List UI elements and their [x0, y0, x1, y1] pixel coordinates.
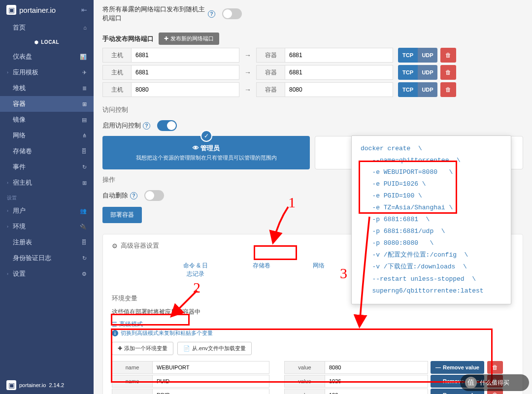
tcp-toggle[interactable]: TCP: [398, 82, 418, 97]
env-value-input[interactable]: [325, 361, 428, 374]
nav-containers[interactable]: 容器⊞: [0, 96, 94, 112]
port-row: 主机 → 容器 TCP UDP 🗑: [102, 48, 523, 63]
container-icon: ⊞: [79, 101, 87, 107]
sidebar-footer: ▣ portainer.io 2.14.2: [0, 376, 94, 394]
env-var-list: name value Remove value 🗑 name value Rem…: [112, 361, 514, 394]
container-port-input[interactable]: [285, 48, 393, 63]
users-icon: 👥: [79, 208, 87, 214]
help-icon[interactable]: ?: [143, 122, 150, 130]
nav-registries[interactable]: 注册表🗄: [0, 234, 94, 250]
home-icon: ⌂: [79, 25, 87, 31]
access-section-title: 访问控制: [102, 99, 523, 118]
manual-ports-label: 手动发布网络端口: [102, 34, 154, 43]
plus-icon: ✚: [118, 345, 122, 352]
image-icon: ▤: [79, 117, 87, 123]
env-name-input[interactable]: [152, 361, 269, 374]
nav-templates[interactable]: ›应用模板✈: [0, 65, 94, 80]
list-icon: ☰: [112, 321, 117, 328]
host-port-input[interactable]: [131, 48, 239, 63]
env-row: name value Remove value 🗑: [112, 375, 514, 388]
publish-all-toggle[interactable]: [222, 8, 242, 19]
local-tag: LOCAL: [0, 35, 94, 49]
help-icon[interactable]: ?: [208, 10, 215, 18]
nav-stacks[interactable]: 堆栈≣: [0, 80, 94, 96]
delete-port-button[interactable]: 🗑: [440, 48, 456, 63]
tab-network[interactable]: 网络: [304, 258, 333, 282]
brand-logo[interactable]: ▣ portainer.io ⇤: [0, 0, 94, 20]
dashboard-icon: 📊: [79, 54, 87, 60]
help-icon[interactable]: ?: [130, 192, 137, 199]
publish-all-label: 将所有暴露的网络端口发布到随机主机端口: [102, 5, 206, 23]
arrow-icon: →: [239, 51, 256, 59]
nav-environments[interactable]: ›环境🔌: [0, 219, 94, 234]
tcp-toggle[interactable]: TCP: [398, 48, 418, 63]
tab-volumes[interactable]: 存储卷: [244, 258, 279, 282]
collapse-icon[interactable]: ⇤: [81, 6, 87, 14]
tab-command[interactable]: 命令 & 日志记录: [172, 258, 219, 282]
nav-events[interactable]: 事件↻: [0, 159, 94, 175]
env-value-input[interactable]: [325, 389, 428, 394]
publish-port-button[interactable]: ✚发布新的网络端口: [159, 33, 219, 45]
nav-authlogs[interactable]: 身份验证日志↻: [0, 250, 94, 266]
version-text: 2.14.2: [49, 382, 64, 388]
env-row: name value Remove value 🗑: [112, 361, 514, 374]
settings-section: 设置: [0, 191, 94, 203]
enable-access-label: 启用访问控制: [102, 121, 141, 130]
footer-brand: portainer.io: [19, 382, 46, 388]
volume-icon: 🗄: [79, 148, 87, 154]
nav-host[interactable]: ›宿主机⊞: [0, 175, 94, 191]
env-value-input[interactable]: [325, 375, 428, 388]
info-icon: i: [112, 330, 118, 336]
access-admin-card[interactable]: ✓ 👁 管理员 我想把这个资源的管理限制在只有管理员可以管理的范围内: [102, 136, 310, 169]
watermark-text: 什么值得买: [480, 379, 509, 387]
footer-logo-icon: ▣: [6, 380, 16, 390]
host-port-input[interactable]: [131, 65, 239, 80]
env-name-input[interactable]: [152, 375, 269, 388]
gear-icon: ⚙: [79, 271, 87, 277]
authlog-icon: ↻: [79, 255, 87, 262]
container-port-input[interactable]: [285, 65, 393, 80]
udp-toggle[interactable]: UDP: [418, 82, 437, 97]
nav-dashboard[interactable]: 仪表盘📊: [0, 49, 94, 65]
load-env-button[interactable]: 📄从.env文件中加载变量: [177, 342, 252, 355]
delete-port-button[interactable]: 🗑: [440, 82, 456, 97]
port-row: 主机 → 容器 TCP UDP 🗑: [102, 82, 523, 97]
delete-env-button[interactable]: 🗑: [487, 361, 503, 374]
access-toggle[interactable]: [157, 120, 177, 131]
env-name-input[interactable]: [152, 389, 269, 394]
stack-icon: ≣: [79, 85, 87, 92]
host-port-input[interactable]: [131, 82, 239, 97]
nav-networks[interactable]: 网络⋔: [0, 128, 94, 143]
tcp-toggle[interactable]: TCP: [398, 65, 418, 80]
adv-title: 高级容器设置: [121, 241, 159, 250]
auto-remove-label: 自动删除: [102, 191, 128, 200]
udp-toggle[interactable]: UDP: [418, 48, 437, 63]
plus-icon: ✚: [164, 35, 168, 42]
container-port-input[interactable]: [285, 82, 393, 97]
watermark-icon: 值: [465, 377, 477, 389]
auto-remove-toggle[interactable]: [144, 190, 164, 201]
admin-desc: 我想把这个资源的管理限制在只有管理员可以管理的范围内: [136, 154, 277, 162]
udp-toggle[interactable]: UDP: [418, 65, 437, 80]
deploy-button[interactable]: 部署容器: [102, 207, 142, 223]
nav-settings[interactable]: ›设置⚙: [0, 266, 94, 282]
nav-users[interactable]: ›用户👥: [0, 203, 94, 219]
nav-volumes[interactable]: 存储卷🗄: [0, 143, 94, 159]
check-icon: ✓: [200, 130, 212, 142]
delete-port-button[interactable]: 🗑: [440, 65, 456, 80]
add-env-button[interactable]: ✚添加一个环境变量: [112, 342, 173, 355]
adv-mode-link[interactable]: ☰高级模式: [112, 320, 514, 328]
registry-icon: 🗄: [79, 239, 87, 245]
nav-home[interactable]: 首页⌂: [0, 20, 94, 35]
remove-value-button[interactable]: Remove value: [431, 361, 484, 374]
env-row: name value Remove value 🗑: [112, 389, 514, 394]
network-icon: ⋔: [79, 132, 87, 139]
eye-off-icon: 👁: [193, 144, 199, 152]
event-icon: ↻: [79, 164, 87, 170]
gear-icon: ⚙: [112, 242, 118, 250]
port-mapping-list: 主机 → 容器 TCP UDP 🗑 主机 → 容器 TCP UDP 🗑 主机 →…: [102, 48, 523, 97]
host-icon: ⊞: [79, 180, 87, 186]
nav-images[interactable]: 镜像▤: [0, 112, 94, 128]
watermark: 值 什么值得买: [460, 374, 529, 391]
port-row: 主机 → 容器 TCP UDP 🗑: [102, 65, 523, 80]
